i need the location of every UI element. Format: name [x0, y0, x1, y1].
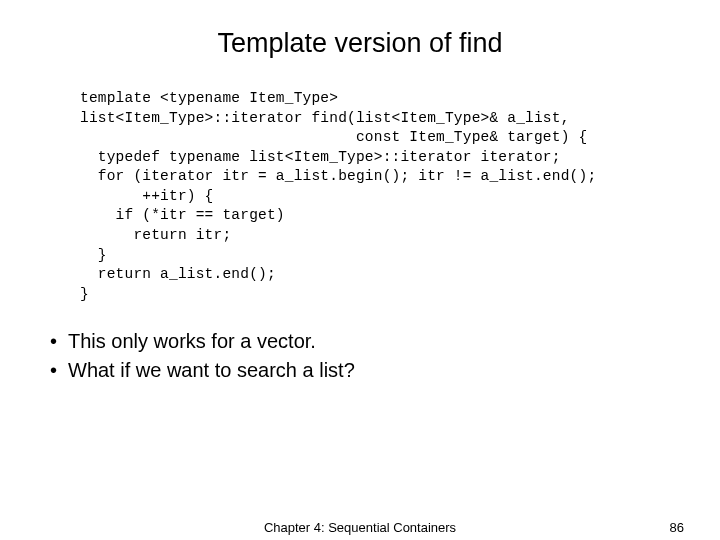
bullet-text: This only works for a vector.	[68, 328, 316, 355]
bullet-dot-icon: •	[50, 357, 68, 384]
slide: Template version of find template <typen…	[0, 0, 720, 540]
bullet-item: • What if we want to search a list?	[50, 357, 680, 384]
page-number: 86	[670, 520, 684, 535]
bullet-item: • This only works for a vector.	[50, 328, 680, 355]
bullet-dot-icon: •	[50, 328, 68, 355]
code-block: template <typename Item_Type> list<Item_…	[80, 89, 680, 304]
bullet-text: What if we want to search a list?	[68, 357, 355, 384]
bullet-list: • This only works for a vector. • What i…	[50, 328, 680, 384]
slide-title: Template version of find	[40, 28, 680, 59]
footer-chapter: Chapter 4: Sequential Containers	[264, 520, 456, 535]
